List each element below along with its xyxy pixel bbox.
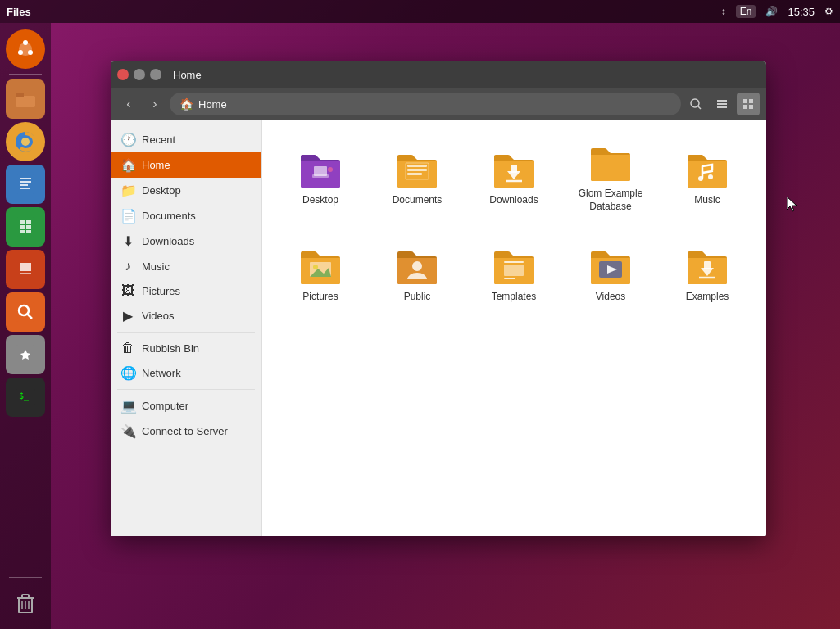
sidebar-item-music-label: Music — [142, 260, 170, 273]
file-item-downloads[interactable]: Downloads — [469, 133, 559, 224]
glom-label: Glom Example Database — [569, 188, 652, 213]
sidebar-item-recent[interactable]: 🕐 Recent — [111, 127, 261, 152]
file-item-desktop[interactable]: Desktop — [275, 133, 366, 224]
svg-rect-64 — [504, 278, 515, 279]
pictures-folder-icon — [297, 247, 343, 286]
svg-rect-17 — [26, 220, 31, 224]
sidebar-item-videos[interactable]: ▶ Videos — [111, 303, 261, 328]
svg-rect-6 — [16, 96, 35, 107]
sidebar-item-downloads-label: Downloads — [142, 235, 194, 247]
svg-rect-45 — [749, 105, 753, 109]
dock-item-terminal[interactable]: $_ — [6, 378, 45, 417]
desktop-icon: 📁 — [120, 183, 135, 198]
videos-folder-icon — [588, 247, 633, 286]
svg-rect-41 — [717, 106, 727, 108]
window-maximize-button[interactable] — [150, 69, 161, 80]
recent-icon: 🕐 — [120, 132, 135, 147]
sidebar-item-connect-to-server[interactable]: 🔌 Connect to Server — [111, 419, 261, 444]
svg-point-9 — [21, 138, 30, 146]
templates-label: Templates — [492, 291, 537, 304]
svg-rect-54 — [511, 165, 517, 173]
svg-rect-18 — [20, 225, 25, 229]
sidebar-divider-2 — [117, 389, 255, 390]
svg-point-48 — [328, 167, 333, 172]
file-item-glom[interactable]: Glom Example Database — [565, 133, 656, 224]
settings-icon[interactable]: ⚙ — [824, 6, 833, 17]
file-item-music[interactable]: Music — [662, 133, 752, 224]
dock-item-writer[interactable] — [6, 165, 45, 204]
network-icon: 🌐 — [120, 365, 135, 381]
sidebar-item-music[interactable]: ♪ Music — [111, 254, 261, 278]
templates-folder-icon — [491, 247, 537, 286]
examples-label: Examples — [686, 291, 729, 304]
svg-rect-39 — [717, 100, 727, 102]
sidebar-item-desktop[interactable]: 📁 Desktop — [111, 178, 261, 203]
svg-rect-63 — [504, 265, 524, 276]
application-dock: $_ — [0, 23, 51, 629]
sidebar-item-recent-label: Recent — [142, 133, 175, 146]
svg-rect-68 — [704, 261, 711, 269]
music-icon: ♪ — [120, 259, 135, 274]
svg-rect-19 — [26, 225, 31, 229]
file-item-examples[interactable]: Examples — [662, 230, 752, 320]
network-indicator[interactable]: ↕ — [721, 6, 726, 17]
dock-item-ubuntu[interactable] — [6, 29, 45, 69]
svg-rect-11 — [20, 178, 31, 179]
dock-item-trash[interactable] — [6, 583, 45, 622]
dock-item-appfinder[interactable] — [6, 292, 45, 332]
sidebar-item-connect-server-label: Connect to Server — [142, 425, 228, 437]
list-view-button[interactable] — [711, 93, 733, 115]
svg-rect-62 — [504, 261, 524, 263]
sidebar-item-desktop-label: Desktop — [142, 184, 181, 197]
mouse-cursor — [787, 197, 800, 213]
window-minimize-button[interactable] — [134, 69, 145, 80]
sidebar-item-pictures[interactable]: 🖼 Pictures — [111, 278, 261, 303]
sidebar-item-documents[interactable]: 📄 Documents — [111, 203, 261, 229]
glom-folder-icon — [588, 143, 633, 183]
sidebar-item-pictures-label: Pictures — [142, 285, 180, 297]
sidebar-item-network[interactable]: 🌐 Network — [111, 360, 261, 386]
grid-view-button[interactable] — [737, 93, 760, 115]
svg-point-3 — [28, 50, 33, 55]
clock: 15:35 — [788, 6, 815, 18]
file-item-pictures[interactable]: Pictures — [275, 230, 366, 320]
dock-item-firefox[interactable] — [6, 122, 45, 161]
keyboard-layout-indicator[interactable]: En — [736, 5, 756, 18]
dock-bottom-section — [6, 576, 45, 622]
desktop-label: Desktop — [302, 194, 338, 207]
file-item-videos[interactable]: Videos — [565, 230, 656, 320]
file-item-templates[interactable]: Templates — [469, 230, 559, 320]
svg-rect-13 — [20, 184, 28, 186]
home-icon: 🏠 — [120, 157, 135, 173]
examples-folder-icon — [684, 247, 730, 286]
dock-item-system-tools[interactable] — [6, 335, 45, 374]
dock-item-files[interactable] — [6, 79, 45, 119]
svg-rect-33 — [22, 595, 29, 598]
sidebar-item-downloads[interactable]: ⬇ Downloads — [111, 229, 261, 254]
back-button[interactable]: ‹ — [117, 93, 140, 115]
svg-rect-50 — [407, 169, 427, 171]
location-bar[interactable]: 🏠 Home — [170, 93, 681, 115]
sound-indicator[interactable]: 🔊 — [765, 6, 778, 17]
svg-point-2 — [23, 40, 28, 45]
svg-point-61 — [412, 261, 422, 271]
dock-item-impress[interactable] — [6, 250, 45, 289]
file-item-documents[interactable]: Documents — [372, 133, 462, 224]
forward-button[interactable]: › — [143, 93, 166, 115]
dock-item-calc[interactable] — [6, 207, 45, 247]
search-button[interactable] — [684, 93, 707, 115]
sidebar-item-home-label: Home — [142, 159, 170, 171]
svg-rect-44 — [743, 105, 747, 109]
pictures-icon: 🖼 — [120, 283, 135, 298]
svg-rect-16 — [20, 220, 25, 224]
sidebar-item-computer[interactable]: 💻 Computer — [111, 393, 261, 419]
file-item-public[interactable]: Public — [372, 230, 462, 320]
home-location-icon: 🏠 — [179, 97, 193, 111]
app-menu-title[interactable]: Files — [7, 6, 721, 18]
sidebar-item-home[interactable]: 🏠 Home — [111, 152, 261, 178]
main-content-area: 🕐 Recent 🏠 Home 📁 Desktop 📄 Documents ⬇ … — [111, 120, 766, 536]
svg-rect-49 — [407, 165, 427, 167]
window-close-button[interactable] — [117, 69, 129, 80]
documents-label: Documents — [393, 194, 443, 207]
sidebar-item-rubbish-bin[interactable]: 🗑 Rubbish Bin — [111, 336, 261, 360]
